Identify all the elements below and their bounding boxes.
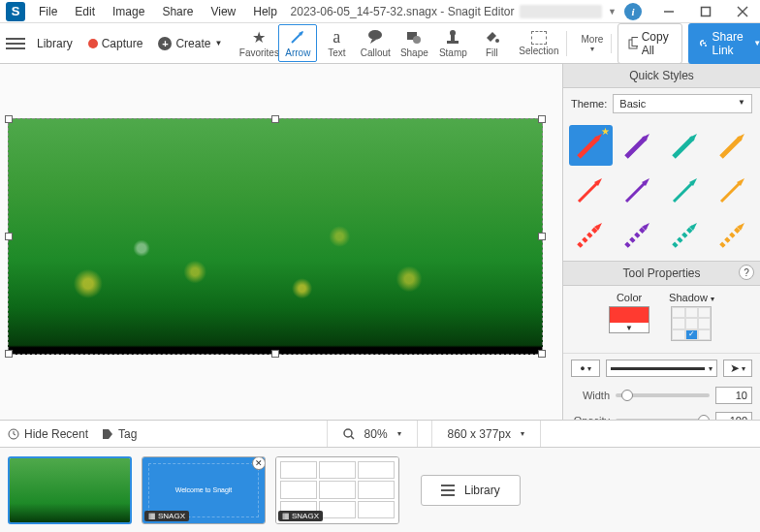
menu-file[interactable]: File	[31, 3, 65, 20]
close-button[interactable]	[725, 0, 760, 23]
tool-arrow[interactable]: Arrow	[278, 24, 317, 62]
quick-style-0[interactable]	[569, 125, 613, 166]
copy-icon	[628, 37, 637, 49]
resize-handle-w[interactable]	[5, 233, 13, 240]
shadow-picker[interactable]	[671, 306, 712, 341]
resize-handle-nw[interactable]	[5, 115, 13, 123]
hide-recent-button[interactable]: Hide Recent	[8, 427, 88, 441]
opacity-slider[interactable]	[616, 419, 710, 420]
window-controls: ▼ i	[520, 0, 760, 23]
shadow-label: Shadow ▾	[669, 292, 714, 303]
tag-icon	[102, 428, 113, 440]
tray-library-button[interactable]: Library	[421, 475, 521, 506]
maximize-button[interactable]	[688, 0, 723, 23]
menu-share[interactable]: Share	[154, 3, 201, 20]
quick-style-9[interactable]	[617, 214, 660, 255]
quick-style-8[interactable]	[569, 214, 613, 255]
chevron-down-icon: ▼	[753, 39, 760, 47]
close-icon[interactable]: ✕	[252, 456, 266, 470]
resize-handle-e[interactable]	[538, 233, 546, 240]
menu-bar: File Edit Image Share View Help	[31, 3, 285, 20]
create-button[interactable]: +Create▼	[152, 34, 228, 53]
account-blurred	[520, 5, 602, 18]
tag-button[interactable]: Tag	[102, 427, 137, 441]
hamburger-icon[interactable]	[6, 38, 25, 49]
info-icon[interactable]: i	[624, 3, 642, 20]
end-cap-picker[interactable]: ➤▾	[723, 360, 752, 377]
opacity-value[interactable]: 100	[715, 412, 752, 420]
menu-edit[interactable]: Edit	[67, 3, 103, 20]
menu-help[interactable]: Help	[245, 3, 285, 20]
capture-button[interactable]: Capture	[82, 34, 149, 53]
svg-line-18	[626, 138, 646, 157]
width-label: Width	[571, 390, 610, 401]
arrow-icon	[289, 27, 306, 47]
svg-rect-15	[632, 38, 637, 47]
plus-icon: +	[158, 37, 172, 50]
titlebar: S File Edit Image Share View Help 2023-0…	[0, 0, 760, 23]
svg-rect-10	[447, 41, 459, 44]
record-dot-icon	[88, 39, 98, 48]
width-value[interactable]: 10	[715, 387, 752, 404]
svg-point-13	[495, 39, 499, 43]
width-slider[interactable]	[616, 393, 710, 397]
tray-thumb-1[interactable]	[8, 456, 132, 524]
star-icon: ★	[252, 27, 266, 47]
svg-line-51	[351, 436, 354, 439]
share-link-button[interactable]: Share Link▼	[688, 23, 760, 64]
canvas-selection[interactable]	[8, 118, 543, 355]
app-icon: S	[6, 2, 25, 21]
svg-point-9	[413, 36, 421, 44]
library-button[interactable]: Library	[31, 34, 79, 53]
color-picker[interactable]: ▼	[609, 306, 649, 333]
stamp-icon	[444, 27, 461, 47]
quick-style-6[interactable]	[664, 170, 708, 210]
copy-all-button[interactable]: Copy All	[618, 23, 682, 64]
zoom-control[interactable]: 80%▾	[327, 421, 418, 447]
more-tools[interactable]: More▾	[573, 34, 612, 53]
tool-favorites[interactable]: ★Favorites	[239, 24, 278, 62]
theme-label: Theme:	[571, 98, 607, 110]
resize-handle-ne[interactable]	[538, 115, 546, 123]
minimize-button[interactable]	[651, 0, 686, 23]
quick-styles-grid	[563, 119, 760, 261]
menu-image[interactable]: Image	[105, 3, 152, 20]
resize-handle-sw[interactable]	[5, 350, 13, 358]
tool-callout[interactable]: Callout	[356, 24, 395, 62]
quick-style-10[interactable]	[664, 214, 708, 255]
resize-handle-s[interactable]	[271, 350, 279, 358]
canvas-area[interactable]	[0, 64, 562, 420]
selection-tool[interactable]: Selection	[511, 31, 567, 56]
resize-handle-n[interactable]	[271, 115, 279, 123]
callout-icon	[366, 27, 384, 47]
resize-handle-se[interactable]	[538, 350, 546, 358]
file-badge: ▦ SNAGX	[144, 511, 189, 521]
quick-style-7[interactable]	[711, 170, 754, 210]
menu-view[interactable]: View	[203, 3, 243, 20]
svg-line-32	[579, 227, 598, 246]
quick-style-2[interactable]	[664, 125, 708, 166]
window-title: 2023-06-05_14-57-32.snagx - Snagit Edito…	[285, 5, 520, 18]
quick-style-1[interactable]	[617, 125, 660, 166]
dimensions-display[interactable]: 860 x 377px▾	[431, 421, 541, 447]
quick-style-3[interactable]	[711, 125, 754, 166]
tool-shape[interactable]: Shape	[395, 24, 433, 62]
quick-style-4[interactable]	[569, 170, 613, 210]
svg-point-50	[344, 429, 352, 437]
help-icon[interactable]: ?	[739, 265, 754, 280]
quick-style-11[interactable]	[711, 214, 754, 255]
tool-text[interactable]: aText	[317, 24, 356, 62]
start-cap-picker[interactable]: ●▾	[571, 360, 600, 377]
quick-style-5[interactable]	[617, 170, 660, 210]
tool-stamp[interactable]: Stamp	[433, 24, 472, 62]
hamburger-icon	[441, 485, 455, 496]
account-dropdown-icon[interactable]: ▼	[608, 7, 617, 16]
clock-icon	[8, 428, 19, 440]
line-style-picker[interactable]: ▾	[606, 360, 717, 377]
tray-thumb-2[interactable]: Welcome to Snagit ✕ ▦ SNAGX	[142, 456, 266, 524]
svg-line-49	[14, 434, 16, 435]
theme-select[interactable]: Basic▼	[613, 94, 752, 113]
tray-thumb-3[interactable]: ▦ SNAGX	[275, 456, 399, 524]
svg-line-26	[626, 182, 646, 202]
tool-fill[interactable]: Fill	[472, 24, 511, 62]
